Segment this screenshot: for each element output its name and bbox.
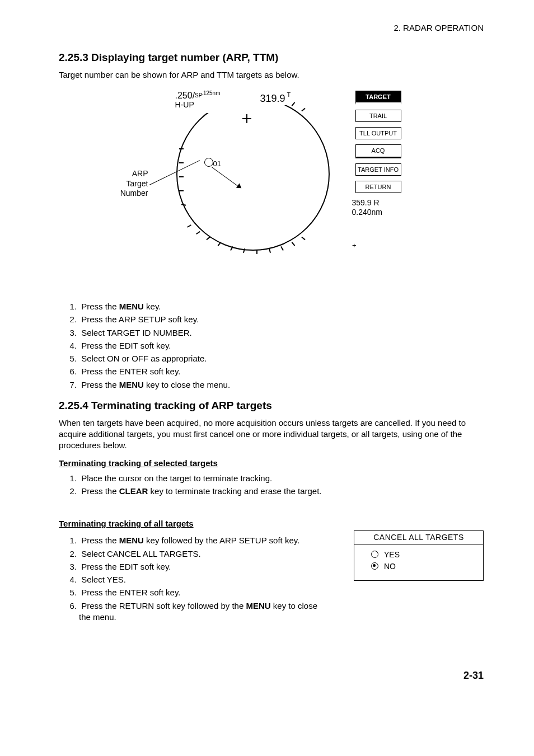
sub1-steps: 1. Place the cursor on the target to ter… bbox=[59, 473, 484, 497]
step: 1. Place the cursor on the target to ter… bbox=[59, 473, 484, 484]
option-no-row[interactable]: NO bbox=[371, 561, 475, 572]
step: 7. Press the MENU key to close the menu. bbox=[59, 379, 484, 391]
arp-label-l3: Number bbox=[120, 189, 148, 198]
step: 5. Select ON or OFF as appropriate. bbox=[59, 353, 484, 364]
step: 2. Press the ARP SETUP soft key. bbox=[59, 314, 484, 325]
step: 4. Select YES. bbox=[59, 574, 331, 585]
softkey-trail[interactable]: TRAIL bbox=[355, 110, 401, 122]
radio-selected-icon bbox=[371, 562, 378, 570]
cancel-box-title: CANCEL ALL TARGETS bbox=[354, 531, 483, 544]
section-2-25-4-title: 2.25.4 Terminating tracking of ARP targe… bbox=[59, 398, 484, 413]
section1-steps: 1. Press the MENU key. 2. Press the ARP … bbox=[59, 301, 484, 391]
page-number: 2-31 bbox=[59, 669, 484, 682]
softkey-target-info[interactable]: TARGET INFO bbox=[355, 163, 401, 176]
heading-value: 319.9 bbox=[260, 92, 287, 105]
cancel-all-targets-box: CANCEL ALL TARGETS YES NO bbox=[354, 530, 484, 581]
option-yes-label: YES bbox=[384, 550, 400, 559]
step: 2. Select CANCEL ALL TARGETS. bbox=[59, 548, 331, 560]
section1-intro: Target number can be shown for ARP and T… bbox=[59, 69, 484, 81]
sub2-steps: 1. Press the MENU key followed by the AR… bbox=[59, 535, 331, 623]
step: 6. Press the RETURN soft key followed by… bbox=[59, 600, 331, 623]
cursor-range: 0.240nm bbox=[352, 208, 382, 217]
radar-figure: ARP Target Number .250/SP.125nm H bbox=[154, 85, 389, 281]
range-readout: .250/SP.125nm H-UP bbox=[175, 91, 265, 113]
radar-bearing-scale bbox=[176, 97, 330, 251]
softkey-return[interactable]: RETURN bbox=[355, 181, 401, 193]
arp-target-number-label: ARP Target Number bbox=[87, 169, 148, 199]
target-number-label: 01 bbox=[213, 159, 221, 169]
softkey-column: TARGET TRAIL TLL OUTPUT ACQ TARGET INFO … bbox=[355, 91, 401, 217]
step: 1. Press the MENU key. bbox=[59, 301, 484, 312]
option-no-label: NO bbox=[384, 562, 396, 571]
own-ship-marker-icon bbox=[242, 114, 251, 123]
chapter-header: 2. RADAR OPERATION bbox=[59, 22, 484, 34]
radio-unselected-icon bbox=[371, 551, 378, 558]
option-yes-row[interactable]: YES bbox=[371, 549, 475, 561]
step: 5. Press the ENTER soft key. bbox=[59, 587, 331, 598]
section2-intro: When ten targets have been acquired, no … bbox=[59, 417, 484, 452]
sub2-title: Terminating tracking of all targets bbox=[59, 518, 484, 529]
arp-label-l2: Target bbox=[127, 179, 148, 188]
target-circle-icon bbox=[204, 158, 213, 167]
section-2-25-3-title: 2.25.3 Displaying target number (ARP, TT… bbox=[59, 50, 484, 65]
step: 2. Press the CLEAR key to terminate trac… bbox=[59, 486, 484, 497]
range-ringscale: .125nm bbox=[202, 90, 220, 96]
step: 6. Press the ENTER soft key. bbox=[59, 366, 484, 377]
presentation-mode: H-UP bbox=[175, 100, 194, 109]
arp-label-l1: ARP bbox=[132, 169, 148, 178]
range-sp: SP bbox=[195, 92, 202, 98]
softkey-target[interactable]: TARGET bbox=[355, 91, 401, 105]
step: 1. Press the MENU key followed by the AR… bbox=[59, 535, 331, 546]
range-value: .250/ bbox=[175, 91, 195, 100]
cursor-readout: 359.9 R 0.240nm bbox=[352, 198, 401, 217]
step: 3. Press the EDIT soft key. bbox=[59, 561, 331, 572]
cursor-cross-icon: + bbox=[352, 241, 357, 251]
sub1-title: Terminating tracking of selected targets bbox=[59, 458, 484, 469]
softkey-acq[interactable]: ACQ bbox=[355, 144, 401, 158]
step: 4. Press the EDIT soft key. bbox=[59, 340, 484, 351]
heading-suffix: T bbox=[287, 91, 291, 99]
step: 3. Select TARGET ID NUMBER. bbox=[59, 327, 484, 339]
softkey-tll-output[interactable]: TLL OUTPUT bbox=[355, 127, 401, 139]
cursor-bearing: 359.9 R bbox=[352, 198, 380, 207]
